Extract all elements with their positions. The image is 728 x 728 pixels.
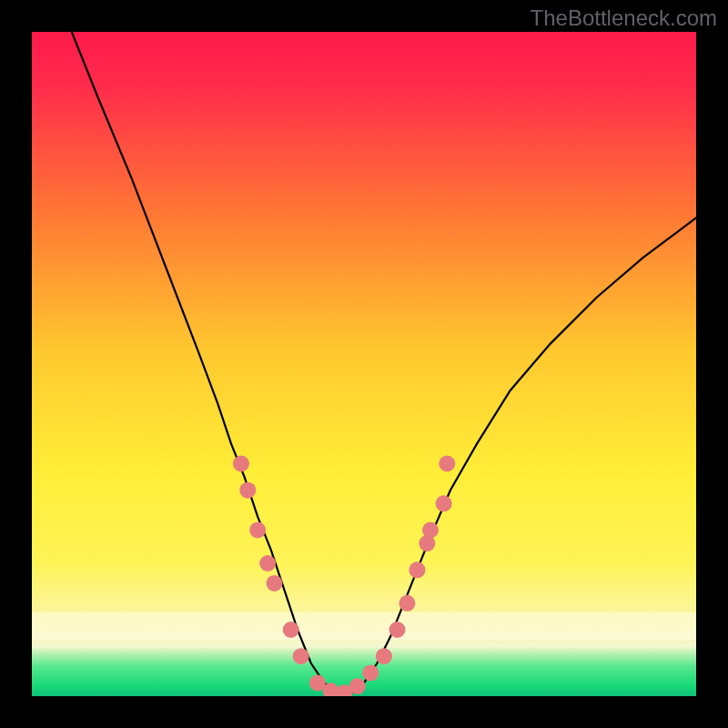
data-marker — [399, 595, 415, 612]
plot-area — [32, 32, 696, 696]
data-marker — [349, 678, 366, 694]
data-marker — [249, 522, 266, 539]
data-marker — [362, 664, 379, 681]
data-marker — [293, 648, 309, 664]
data-marker — [239, 482, 256, 499]
data-marker — [439, 456, 455, 472]
data-marker — [233, 456, 249, 472]
chart-frame: TheBottleneck.com — [0, 0, 728, 728]
data-marker — [389, 622, 406, 638]
data-marker — [409, 561, 425, 578]
data-marker — [422, 522, 439, 539]
pale-band — [32, 612, 696, 640]
data-marker — [376, 648, 392, 664]
gradient-background — [32, 32, 696, 696]
bottleneck-chart — [32, 32, 696, 696]
attribution-text: TheBottleneck.com — [531, 5, 717, 31]
data-marker — [283, 622, 299, 638]
data-marker — [266, 575, 282, 592]
data-marker — [259, 555, 276, 571]
data-marker — [436, 495, 452, 511]
